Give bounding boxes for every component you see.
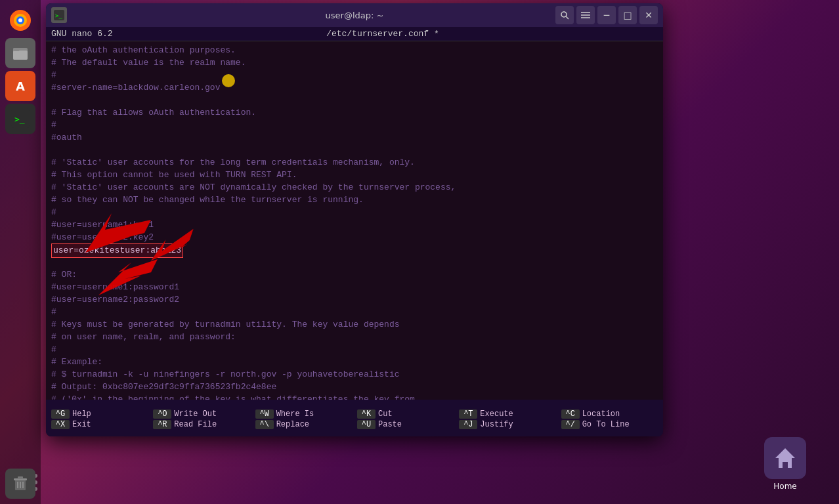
editor-line: user=ozekitestuser:abc123 bbox=[51, 243, 658, 256]
editor-line: # bbox=[51, 306, 658, 318]
shortcut-label: Paste bbox=[378, 420, 402, 429]
shortcut-item: ^O Write Out ^R Read File bbox=[150, 408, 252, 430]
shortcut-key: ^X bbox=[51, 420, 70, 429]
shortcut-row-bottom: ^U Paste bbox=[357, 420, 454, 429]
editor-line: # so they can NOT be changed while the t… bbox=[51, 194, 658, 206]
sidebar-icon-appstore[interactable]: A bbox=[5, 71, 35, 101]
nano-filepath: /etc/turnserver.conf * bbox=[326, 29, 439, 39]
sidebar-icon-firefox[interactable] bbox=[5, 5, 35, 35]
terminal-app-icon: >_ bbox=[51, 7, 67, 23]
editor-line: # bbox=[51, 343, 658, 356]
search-button[interactable] bbox=[555, 6, 574, 24]
editor-line: #user=username1:key1 bbox=[51, 219, 658, 231]
shortcut-row-top: ^K Cut bbox=[357, 410, 454, 419]
shortcut-key: ^K bbox=[357, 410, 376, 419]
editor-line: #user=username2:key2 bbox=[51, 231, 658, 243]
shortcut-item: ^G Help ^X Exit bbox=[49, 408, 150, 430]
shortcut-item: ^K Cut ^U Paste bbox=[355, 408, 456, 430]
sidebar-icon-trash[interactable] bbox=[5, 469, 35, 499]
shortcut-key: ^U bbox=[357, 420, 376, 429]
terminal-window: >_ user@ldap: ~ ─ bbox=[46, 3, 663, 436]
shortcut-row-bottom: ^/ Go To Line bbox=[561, 420, 658, 429]
shortcut-row-top: ^G Help bbox=[51, 410, 148, 419]
shortcut-bar: ^G Help ^X Exit ^O Write Out ^R Read Fil… bbox=[46, 402, 663, 436]
sidebar-icon-terminal[interactable]: >_ bbox=[5, 104, 35, 134]
shortcut-label: Execute bbox=[480, 410, 513, 419]
shortcut-key: ^J bbox=[459, 420, 477, 429]
shortcut-label: Write Out bbox=[174, 410, 217, 419]
editor-line: # on user name, realm, and password: bbox=[51, 331, 658, 343]
shortcut-label: Help bbox=[72, 410, 91, 419]
window-title: user@ldap: ~ bbox=[326, 10, 384, 20]
shortcut-key: ^O bbox=[153, 410, 171, 419]
editor-line bbox=[51, 94, 658, 106]
editor-line: #oauth bbox=[51, 131, 658, 144]
editor-line: # 'Static' user accounts for the long te… bbox=[51, 156, 658, 169]
taskbar: A >_ bbox=[0, 0, 41, 504]
editor-line: # $ turnadmin -k -u ninefingers -r north… bbox=[51, 368, 658, 381]
maximize-button[interactable]: □ bbox=[618, 6, 637, 24]
title-bar: >_ user@ldap: ~ ─ bbox=[46, 3, 663, 27]
svg-point-3 bbox=[18, 18, 22, 22]
editor-line: # bbox=[51, 119, 658, 131]
editor-line: # Example: bbox=[51, 356, 658, 368]
editor-line: # Output: 0xbc807ee29df3c9ffa736523fb2c4… bbox=[51, 381, 658, 393]
svg-rect-6 bbox=[13, 48, 20, 51]
shortcut-row-top: ^O Write Out bbox=[153, 410, 249, 419]
home-label: Home bbox=[764, 482, 806, 491]
svg-point-19 bbox=[561, 12, 567, 17]
editor-line: #user=username2:password2 bbox=[51, 293, 658, 306]
editor-line: # The default value is the realm name. bbox=[51, 56, 658, 69]
shortcut-row-bottom: ^X Exit bbox=[51, 420, 148, 429]
cursor-indicator bbox=[222, 74, 235, 87]
editor-line: # Flag that allows oAuth authentication. bbox=[51, 106, 658, 119]
editor-area[interactable]: # the oAuth authentication purposes.# Th… bbox=[46, 41, 663, 400]
nano-header: GNU nano 6.2 /etc/turnserver.conf * bbox=[46, 27, 663, 41]
editor-line: # Keys must be generated by turnadmin ut… bbox=[51, 318, 658, 331]
home-icon-box[interactable] bbox=[764, 437, 806, 479]
shortcut-row-bottom: ^\ Replace bbox=[255, 420, 352, 429]
editor-line: #server-name=blackdow.carleon.gov bbox=[51, 81, 658, 94]
editor-line: # the oAuth authentication purposes. bbox=[51, 44, 658, 56]
minimize-button[interactable]: ─ bbox=[597, 6, 616, 24]
nano-version: GNU nano 6.2 bbox=[51, 29, 113, 39]
editor-line: # bbox=[51, 206, 658, 219]
shortcut-item: ^C Location ^/ Go To Line bbox=[559, 408, 660, 430]
shortcut-key: ^C bbox=[561, 410, 580, 419]
shortcut-row-bottom: ^R Read File bbox=[153, 420, 249, 429]
home-container[interactable]: Home bbox=[764, 437, 806, 491]
window-controls: ─ □ ✕ bbox=[555, 6, 658, 24]
editor-line: # 'Static' user accounts are NOT dynamic… bbox=[51, 181, 658, 194]
home-icon bbox=[772, 445, 798, 471]
editor-line: # ('0x' in the beginning of the key is w… bbox=[51, 393, 658, 400]
editor-line: # OR: bbox=[51, 268, 658, 281]
sidebar-icon-files[interactable] bbox=[5, 38, 35, 68]
shortcut-label: Exit bbox=[72, 420, 91, 429]
shortcut-row-bottom: ^J Justify bbox=[459, 420, 555, 429]
shortcut-row-top: ^C Location bbox=[561, 410, 658, 419]
close-button[interactable]: ✕ bbox=[639, 6, 658, 24]
editor-line: #user=username1:password1 bbox=[51, 281, 658, 293]
shortcut-label: Where Is bbox=[276, 410, 314, 419]
shortcut-label: Location bbox=[582, 410, 620, 419]
shortcut-label: Read File bbox=[174, 420, 217, 429]
shortcut-label: Cut bbox=[378, 410, 393, 419]
shortcut-row-top: ^T Execute bbox=[459, 410, 555, 419]
menu-button[interactable] bbox=[576, 6, 595, 24]
highlighted-line: user=ozekitestuser:abc123 bbox=[51, 243, 183, 258]
title-bar-left: >_ bbox=[51, 7, 67, 23]
editor-line bbox=[51, 144, 658, 156]
shortcut-row-top: ^W Where Is bbox=[255, 410, 352, 419]
shortcut-key: ^\ bbox=[255, 420, 274, 429]
editor-line: # bbox=[51, 69, 658, 81]
editor-line bbox=[51, 256, 658, 268]
svg-line-20 bbox=[566, 16, 569, 19]
svg-rect-5 bbox=[13, 51, 28, 60]
shortcut-key: ^/ bbox=[561, 420, 580, 429]
shortcut-label: Go To Line bbox=[582, 420, 630, 429]
shortcut-grid: ^G Help ^X Exit ^O Write Out ^R Read Fil… bbox=[49, 408, 660, 430]
svg-marker-28 bbox=[775, 448, 795, 468]
shortcut-key: ^R bbox=[153, 420, 171, 429]
shortcut-item: ^W Where Is ^\ Replace bbox=[253, 408, 355, 430]
svg-rect-13 bbox=[18, 476, 23, 479]
